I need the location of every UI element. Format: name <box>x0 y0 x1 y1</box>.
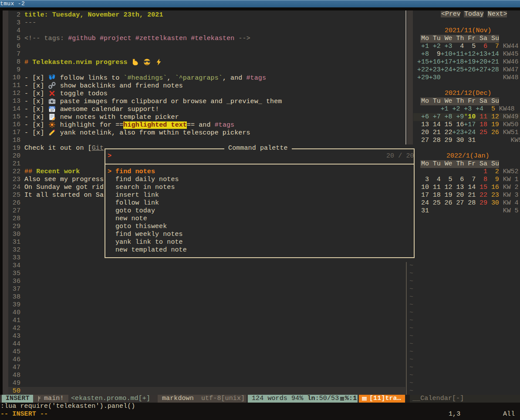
svg-text:17: 17 <box>50 109 54 112</box>
